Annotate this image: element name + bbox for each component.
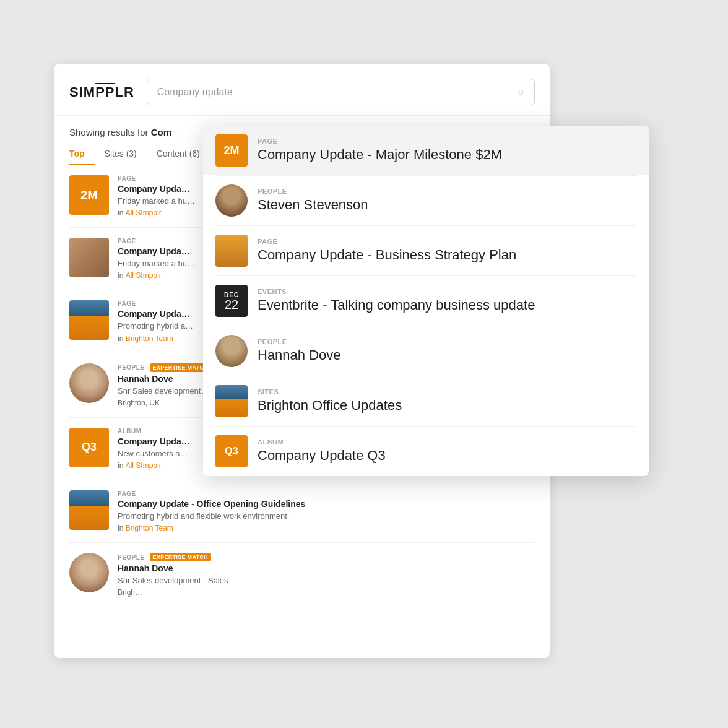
dropdown-item-3[interactable]: PAGE Company Update - Business Strategy … xyxy=(203,226,649,275)
dropdown-item-content: PAGE Company Update - Business Strategy … xyxy=(258,238,636,264)
dropdown-thumb-event: DEC 22 xyxy=(215,285,248,317)
dropdown-item-title: Company Update Q3 xyxy=(258,447,636,465)
dropdown-thumb-steven xyxy=(215,184,248,217)
result-snippet: Snr Sales development - Sales xyxy=(118,575,535,586)
logo: SIMPPLR xyxy=(69,84,134,100)
result-title: Company Update - Office Opening Guidelin… xyxy=(118,499,535,509)
dropdown-item-content: EVENTS Eventbrite - Talking company busi… xyxy=(258,288,636,314)
result-location-link[interactable]: All SImpplr xyxy=(126,271,162,280)
dropdown-item-type: PAGE xyxy=(258,137,636,145)
dropdown-item-type: PEOPLE xyxy=(258,188,636,195)
dropdown-thumb-2m: 2M xyxy=(215,134,248,167)
result-item[interactable]: PEOPLE EXPERTISE MATCH Hannah Dove Snr S… xyxy=(69,543,535,607)
result-location-link[interactable]: Brighton Team xyxy=(126,524,173,532)
result-location: in Brighton Team xyxy=(118,524,535,532)
dropdown-item-title: Eventbrite - Talking company business up… xyxy=(258,297,636,314)
result-location-link[interactable]: All SImpplr xyxy=(126,209,162,217)
dropdown-item-6[interactable]: SITES Brighton Office Updates xyxy=(203,376,649,426)
dropdown-item-type: ALBUM xyxy=(258,438,636,446)
dropdown-item-type: PAGE xyxy=(258,238,636,245)
dropdown-item-type: PEOPLE xyxy=(258,338,636,345)
result-item[interactable]: PAGE Company Update - Office Opening Gui… xyxy=(69,480,535,543)
expertise-badge: EXPERTISE MATCH xyxy=(150,363,211,372)
tab-sites[interactable]: Sites (3) xyxy=(105,142,147,165)
event-day: 22 xyxy=(225,298,238,311)
result-thumb-person xyxy=(69,238,109,277)
result-thumb-2m: 2M xyxy=(69,175,109,215)
expertise-badge-2: EXPERTISE MATCH xyxy=(150,553,211,561)
dropdown-thumb-hannah xyxy=(215,335,248,367)
dropdown-item-content: PEOPLE Hannah Dove xyxy=(258,338,636,365)
result-location: Brigh… xyxy=(118,588,535,597)
dropdown-item-title: Company Update - Business Strategy Plan xyxy=(258,246,636,264)
dropdown-item-title: Company Update - Major Milestone $2M xyxy=(258,146,636,164)
tab-content[interactable]: Content (6) xyxy=(157,142,210,165)
search-bar-bg: Company update ○ xyxy=(147,79,535,105)
search-query: Com xyxy=(151,127,171,137)
dropdown-item-content: PAGE Company Update - Major Milestone $2… xyxy=(258,137,636,164)
result-content: PEOPLE EXPERTISE MATCH Hannah Dove Snr S… xyxy=(118,553,535,597)
result-location-link[interactable]: All SImpplr xyxy=(126,461,162,470)
result-thumb-building-2 xyxy=(69,490,109,530)
dropdown-item-title: Brighton Office Updates xyxy=(258,397,636,415)
dropdown-item-content: SITES Brighton Office Updates xyxy=(258,388,636,415)
dropdown-item-5[interactable]: PEOPLE Hannah Dove xyxy=(203,326,649,376)
result-thumb-hannah-2 xyxy=(69,553,109,592)
event-month: DEC xyxy=(224,292,239,298)
dropdown-item-4[interactable]: DEC 22 EVENTS Eventbrite - Talking compa… xyxy=(203,276,649,326)
result-snippet: Promoting hybrid and flexible work envir… xyxy=(118,511,535,522)
dropdown-item-type: SITES xyxy=(258,388,636,396)
result-title: Hannah Dove xyxy=(118,563,535,573)
dropdown-thumb-building xyxy=(215,385,248,417)
dropdown-item-title: Hannah Dove xyxy=(258,347,636,365)
header: SIMPPLR Company update ○ xyxy=(54,64,550,116)
result-location-link[interactable]: Brighton Team xyxy=(126,334,173,343)
result-thumb-hannah xyxy=(69,363,109,403)
dropdown-item-title: Steven Stevenson xyxy=(258,196,636,214)
page-wrapper: SIMPPLR Company update ○ Showing results… xyxy=(54,39,674,689)
dropdown-item-type: EVENTS xyxy=(258,288,636,295)
search-placeholder: Company update xyxy=(157,87,233,98)
result-thumb-q3: Q3 xyxy=(69,428,109,467)
dropdown-card: 2M PAGE Company Update - Major Milestone… xyxy=(203,126,649,476)
dropdown-thumb-woman xyxy=(215,235,248,267)
dropdown-item-7[interactable]: Q3 ALBUM Company Update Q3 xyxy=(203,427,649,476)
dropdown-item-content: ALBUM Company Update Q3 xyxy=(258,438,636,465)
search-icon: ○ xyxy=(518,85,524,98)
dropdown-thumb-q3: Q3 xyxy=(215,435,248,467)
result-content: PAGE Company Update - Office Opening Gui… xyxy=(118,490,535,532)
dropdown-item-2[interactable]: PEOPLE Steven Stevenson xyxy=(203,176,649,225)
result-thumb-building xyxy=(69,300,109,340)
dropdown-item-1[interactable]: 2M PAGE Company Update - Major Milestone… xyxy=(203,126,649,175)
result-type: PAGE xyxy=(118,490,535,497)
dropdown-item-content: PEOPLE Steven Stevenson xyxy=(258,188,636,214)
tab-top[interactable]: Top xyxy=(69,142,95,165)
result-type: PEOPLE EXPERTISE MATCH xyxy=(118,553,535,561)
